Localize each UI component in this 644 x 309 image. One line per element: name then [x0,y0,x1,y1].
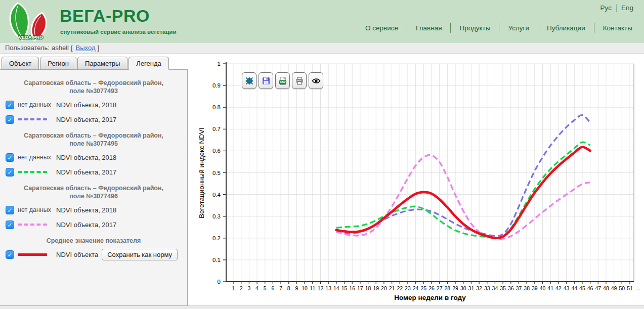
lang-rus-link[interactable]: Рус [596,4,616,12]
svg-text:0: 0 [218,279,221,285]
page: VEGA-PRO ВЕГА-PRO спутниковый сервис ана… [0,0,644,309]
legend-line-sample [18,171,47,173]
svg-text:29: 29 [452,285,458,291]
tab-legend[interactable]: Легенда [128,57,168,70]
svg-text:5: 5 [264,285,267,291]
collapse-button[interactable] [242,72,256,89]
chart-axes [223,62,634,284]
series-checkbox[interactable]: ✓ [6,153,14,162]
legend-group-title: Саратовская область – Федоровский район,… [0,131,187,148]
svg-text:0.5: 0.5 [212,170,221,176]
svg-text:6: 6 [271,285,274,291]
svg-text:4: 4 [255,285,259,291]
nav-publications[interactable]: Публикации [538,23,594,33]
no-data-text: нет данных [18,206,51,213]
legend-line-sample [18,253,47,256]
series-checkbox[interactable]: ✓ [6,101,14,109]
series-checkbox[interactable]: ✓ [6,250,14,259]
chart-tick-labels: 00.10.20.30.40.50.60.70.80.9112345678910… [212,61,640,291]
svg-text:18: 18 [365,285,371,291]
series-checkbox[interactable]: ✓ [6,168,14,176]
page-subtitle: спутниковый сервис анализа вегетации [60,29,177,35]
lang-eng-link[interactable]: Eng [616,4,638,12]
nav-home[interactable]: Главная [407,23,450,33]
svg-text:21: 21 [389,285,395,291]
series-checkbox[interactable]: ✓ [6,115,14,124]
svg-text:22: 22 [397,285,403,291]
svg-text:14: 14 [333,285,339,291]
svg-text:32: 32 [476,285,482,291]
svg-text:19: 19 [373,285,379,291]
svg-text:11: 11 [310,285,315,291]
no-data-text: нет данных [18,154,51,161]
legend-row: ✓ нет данных NDVI объекта, 2018 [6,152,187,162]
chart-gridlines [226,64,634,282]
svg-text:28: 28 [445,285,451,291]
legend-region: Саратовская область – Федоровский район, [24,79,163,86]
no-data-text: нет данных [18,101,51,108]
language-switch: Рус Eng [596,4,638,12]
legend-field: поле №3077493 [69,87,118,95]
series-label: NDVI объекта, 2018 [56,154,116,161]
svg-text:3: 3 [247,285,250,291]
svg-text:35: 35 [500,285,506,291]
main-nav: О сервисе Главная Продукты Услуги Публик… [357,23,641,33]
nav-products[interactable]: Продукты [450,23,499,33]
svg-text:CSV: CSV [280,80,285,83]
svg-text:39: 39 [532,285,538,291]
legend-row-average: ✓ NDVI объекта Сохранить как норму [6,249,187,259]
series-checkbox[interactable]: ✓ [6,206,14,214]
svg-text:0.3: 0.3 [212,213,221,219]
nav-contacts[interactable]: Контакты [594,23,641,33]
collapse-icon [245,76,254,85]
logo-text: VEGA-PRO [19,35,43,40]
print-button[interactable] [292,72,307,89]
legend-region: Саратовская область – Федоровский район, [24,132,163,139]
y-axis-title: Вегетационный индекс NDVI [198,127,205,218]
svg-text:15: 15 [341,285,348,291]
svg-text:0.2: 0.2 [212,235,221,241]
legend-field: поле №3077496 [69,193,118,200]
svg-text:25: 25 [420,285,426,291]
save-as-norm-button[interactable]: Сохранить как норму [102,249,178,260]
svg-text:0.4: 0.4 [212,192,221,198]
svg-text:46: 46 [587,285,593,291]
nav-services[interactable]: Услуги [499,23,538,33]
svg-text:50: 50 [619,285,625,291]
svg-text:30: 30 [460,285,466,291]
svg-text:48: 48 [603,285,609,291]
svg-text:17: 17 [357,285,363,291]
svg-text:33: 33 [484,285,490,291]
svg-text:2: 2 [240,285,243,291]
chart-plot: 00.10.20.30.40.50.60.70.80.9112345678910… [212,61,640,291]
svg-text:8: 8 [287,285,290,291]
nav-about[interactable]: О сервисе [357,23,407,33]
svg-text:1: 1 [232,285,235,291]
series-label: NDVI объекта, 2017 [56,116,116,123]
series-checkbox[interactable]: ✓ [6,220,14,229]
legend-line-sample [18,118,47,120]
series-label: NDVI объекта, 2018 [56,101,116,109]
legend-row: ✓ нет данных NDVI объекта, 2018 [6,100,187,110]
visibility-button[interactable] [309,72,323,89]
tab-parameters[interactable]: Параметры [77,57,127,69]
logout-link[interactable]: Выход [76,44,96,52]
legend-group-title: Саратовская область – Федоровский район,… [0,79,187,95]
svg-text:31: 31 [468,285,475,291]
svg-text:24: 24 [413,285,419,291]
svg-text:0.9: 0.9 [212,82,221,89]
legend-panel: Саратовская область – Федоровский район,… [0,69,188,306]
svg-text:41: 41 [547,285,553,291]
tab-object[interactable]: Объект [2,57,39,69]
svg-text:45: 45 [579,285,585,291]
svg-text:…: … [635,285,640,291]
ndvi-chart: 00.10.20.30.40.50.60.70.80.9112345678910… [188,54,644,305]
print-icon [295,76,304,85]
csv-export-button[interactable]: CSV [275,72,290,89]
svg-text:36: 36 [508,285,514,291]
tab-region[interactable]: Регион [40,57,76,69]
legend-group-title: Саратовская область – Федоровский район,… [0,184,187,200]
save-button[interactable] [259,72,273,89]
legend-region: Саратовская область – Федоровский район, [24,185,163,192]
svg-text:23: 23 [405,285,411,291]
